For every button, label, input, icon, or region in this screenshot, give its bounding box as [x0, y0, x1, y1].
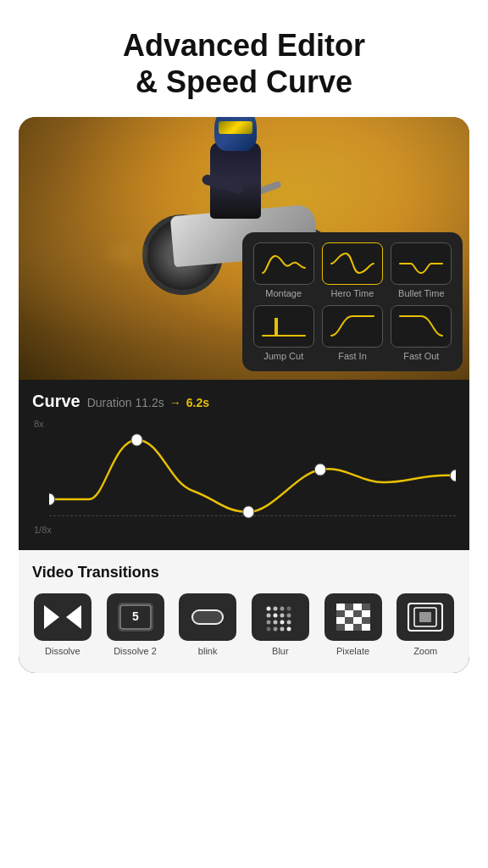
transitions-title: Video Transitions — [32, 564, 456, 581]
preset-jump-cut[interactable]: Jump Cut — [252, 305, 314, 361]
svg-rect-42 — [353, 624, 362, 631]
svg-rect-32 — [336, 610, 345, 617]
svg-rect-38 — [353, 617, 362, 624]
svg-rect-34 — [353, 610, 362, 617]
preset-fast-out[interactable]: Fast Out — [391, 305, 452, 361]
svg-point-3 — [314, 464, 325, 476]
svg-rect-39 — [362, 617, 370, 624]
transitions-row: Dissolve 5 Dissolve 2 — [32, 593, 456, 656]
curve-panel: Curve Duration 11.2s → 6.2s 8x 1/8x — [19, 380, 469, 550]
preset-montage[interactable]: Montage — [252, 242, 314, 298]
main-card: Montage Hero Time Bullet Time — [19, 117, 469, 673]
video-preview: Montage Hero Time Bullet Time — [19, 117, 469, 380]
svg-point-12 — [266, 607, 270, 611]
svg-rect-35 — [362, 610, 370, 617]
transitions-section: Video Transitions Dissolve — [19, 550, 469, 673]
svg-point-19 — [286, 614, 291, 618]
svg-point-14 — [280, 607, 284, 611]
svg-point-20 — [266, 620, 270, 625]
svg-point-4 — [450, 470, 456, 481]
curve-graph[interactable]: 8x 1/8x — [32, 415, 456, 550]
svg-point-0 — [49, 493, 55, 505]
transition-blur[interactable]: Blur — [250, 593, 311, 656]
svg-point-17 — [273, 614, 277, 618]
svg-rect-46 — [419, 612, 431, 622]
svg-rect-30 — [353, 604, 362, 610]
preset-bullet-time[interactable]: Bullet Time — [391, 242, 452, 298]
svg-rect-11 — [192, 610, 223, 624]
svg-point-27 — [286, 627, 291, 632]
svg-point-1 — [131, 434, 142, 446]
svg-rect-33 — [345, 610, 353, 617]
svg-marker-6 — [66, 605, 81, 629]
svg-rect-29 — [345, 604, 353, 610]
svg-point-26 — [280, 627, 284, 632]
transition-blink[interactable]: blink — [177, 593, 238, 656]
svg-point-18 — [280, 614, 284, 618]
curve-title: Curve — [32, 392, 80, 411]
svg-point-25 — [273, 627, 277, 632]
curve-label-high: 8x — [34, 419, 44, 429]
curve-duration: Duration 11.2s → 6.2s — [87, 396, 209, 409]
svg-point-24 — [266, 627, 270, 632]
svg-point-21 — [273, 620, 277, 625]
curve-svg — [49, 415, 456, 537]
transition-zoom[interactable]: Zoom — [395, 593, 456, 656]
transition-pixelate[interactable]: Pixelate — [323, 593, 384, 656]
svg-rect-31 — [362, 604, 370, 610]
svg-point-23 — [286, 620, 291, 625]
preset-hero-time[interactable]: Hero Time — [321, 242, 383, 298]
page-title: Advanced Editor & Speed Curve — [0, 0, 488, 117]
svg-point-16 — [266, 614, 270, 618]
svg-marker-5 — [44, 605, 59, 629]
svg-rect-36 — [336, 617, 345, 624]
svg-text:5: 5 — [132, 609, 139, 623]
transition-dissolve2[interactable]: 5 Dissolve 2 — [105, 593, 166, 656]
transition-dissolve[interactable]: Dissolve — [32, 593, 93, 656]
svg-point-2 — [243, 506, 254, 518]
presets-panel: Montage Hero Time Bullet Time — [242, 232, 463, 371]
svg-rect-43 — [362, 624, 370, 631]
svg-rect-28 — [336, 604, 345, 610]
preset-fast-in[interactable]: Fast In — [321, 305, 383, 361]
svg-rect-37 — [345, 617, 353, 624]
svg-point-22 — [280, 620, 284, 625]
svg-rect-41 — [345, 624, 353, 631]
svg-rect-40 — [336, 624, 345, 631]
svg-point-13 — [273, 607, 277, 611]
svg-point-15 — [286, 607, 291, 611]
